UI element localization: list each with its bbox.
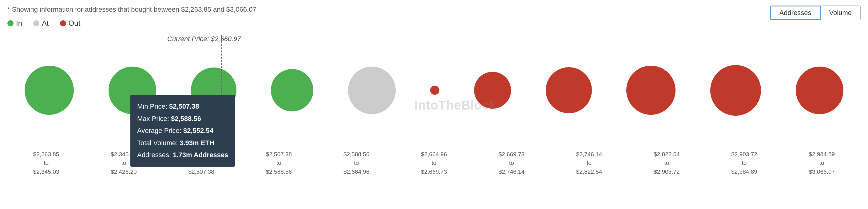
price-label-3: $2,507.38to$2,588.56 bbox=[266, 150, 292, 176]
bubble-col-7 bbox=[546, 67, 592, 113]
tooltip-min-price-value: $2,507.38 bbox=[169, 103, 199, 110]
bubble-4 bbox=[348, 67, 396, 114]
price-label-6: $2,669.73to$2,746.14 bbox=[498, 150, 525, 176]
in-dot bbox=[7, 20, 13, 26]
page-wrapper: * Showing information for addresses that… bbox=[0, 0, 868, 209]
bubble-0 bbox=[25, 66, 74, 115]
tooltip-volume: Total Volume: 3.93m ETH bbox=[137, 137, 228, 149]
legend: In At Out bbox=[7, 19, 861, 28]
bubble-col-3 bbox=[271, 69, 313, 111]
bubble-col-0 bbox=[25, 66, 74, 115]
in-label: In bbox=[16, 19, 22, 28]
bubble-col-10 bbox=[796, 67, 843, 114]
tooltip-min-price: Min Price: $2,507.38 bbox=[137, 100, 228, 113]
bubble-col-9 bbox=[710, 65, 761, 116]
legend-in: In bbox=[7, 19, 22, 28]
tooltip-max-price: Max Price: $2,588.56 bbox=[137, 113, 228, 125]
bubble-7 bbox=[546, 67, 592, 113]
price-label-4: $2,588.56to$2,664.96 bbox=[343, 150, 370, 176]
bubble-col-5 bbox=[430, 85, 439, 95]
out-dot bbox=[60, 20, 66, 26]
price-label-5: $2,664.96to$2,669.73 bbox=[421, 150, 447, 176]
current-price-label: Current Price: $2,660.97 bbox=[167, 35, 241, 43]
toggle-buttons: Addresses Volume bbox=[770, 5, 861, 20]
tooltip-avg-price-value: $2,552.54 bbox=[183, 127, 213, 134]
at-label: At bbox=[42, 19, 49, 28]
bubble-10 bbox=[796, 67, 843, 114]
tooltip-addresses-value: 1.73m Addresses bbox=[173, 151, 228, 159]
bubble-9 bbox=[710, 65, 761, 116]
out-label: Out bbox=[68, 19, 81, 28]
bubble-col-6 bbox=[474, 72, 511, 109]
price-label-7: $2,746.14to$2,822.54 bbox=[576, 150, 602, 176]
info-text: * Showing information for addresses that… bbox=[7, 5, 861, 13]
bubble-8 bbox=[626, 66, 676, 115]
bubble-col-4 bbox=[348, 67, 396, 114]
price-label-8: $2,822.54to$2,903.72 bbox=[654, 150, 680, 176]
tooltip-max-price-value: $2,588.56 bbox=[171, 115, 201, 123]
volume-button[interactable]: Volume bbox=[820, 6, 860, 20]
legend-at: At bbox=[33, 19, 49, 28]
tooltip-addresses: Addresses: 1.73m Addresses bbox=[137, 149, 228, 161]
tooltip-volume-value: 3.93m ETH bbox=[180, 139, 214, 147]
addresses-button[interactable]: Addresses bbox=[770, 6, 820, 20]
tooltip-avg-price: Average Price: $2,552.54 bbox=[137, 125, 228, 137]
bubble-6 bbox=[474, 72, 511, 109]
bubble-3 bbox=[271, 69, 313, 111]
tooltip: Min Price: $2,507.38 Max Price: $2,588.5… bbox=[130, 95, 235, 167]
chart-area: Current Price: $2,660.97 IntoTheBlock $2… bbox=[7, 35, 861, 176]
at-dot bbox=[33, 20, 39, 26]
bubble-5 bbox=[430, 85, 439, 95]
price-label-9: $2,903.72to$2,984.89 bbox=[731, 150, 757, 176]
price-label-0: $2,263.85to$2,345.03 bbox=[33, 150, 59, 176]
price-label-10: $2,984.89to$3,066.07 bbox=[809, 150, 835, 176]
bubble-col-8 bbox=[626, 66, 676, 115]
legend-out: Out bbox=[60, 19, 81, 28]
